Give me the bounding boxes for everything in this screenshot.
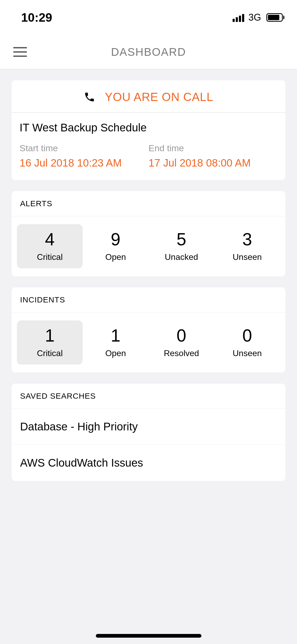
menu-icon[interactable] [13, 47, 27, 57]
start-time-label: Start time [20, 143, 149, 153]
start-time-block: Start time 16 Jul 2018 10:23 AM [20, 143, 149, 169]
incidents-stat-resolved[interactable]: 0 Resolved [149, 320, 214, 365]
end-time-label: End time [149, 143, 278, 153]
saved-searches-header: SAVED SEARCHES [12, 384, 285, 409]
incidents-unseen-count: 0 [242, 327, 252, 344]
incidents-card: INCIDENTS 1 Critical 1 Open 0 Resolved 0… [12, 287, 285, 372]
incidents-resolved-count: 0 [177, 327, 186, 344]
alerts-critical-count: 4 [45, 231, 55, 248]
start-time-value: 16 Jul 2018 10:23 AM [20, 157, 149, 169]
alerts-stats-row: 4 Critical 9 Open 5 Unacked 3 Unseen [12, 216, 285, 276]
incidents-header: INCIDENTS [12, 287, 285, 312]
saved-searches-card: SAVED SEARCHES Database - High Priority … [12, 384, 285, 481]
incidents-stats-row: 1 Critical 1 Open 0 Resolved 0 Unseen [12, 312, 285, 372]
end-time-block: End time 17 Jul 2018 08:00 AM [149, 143, 278, 169]
alerts-unacked-count: 5 [177, 231, 186, 248]
status-bar: 10:29 3G [0, 0, 297, 35]
alerts-card: ALERTS 4 Critical 9 Open 5 Unacked 3 Uns… [12, 191, 285, 276]
incidents-stat-unseen[interactable]: 0 Unseen [214, 320, 280, 365]
incidents-critical-label: Critical [37, 348, 63, 358]
end-time-value: 17 Jul 2018 08:00 AM [149, 157, 278, 169]
incidents-resolved-label: Resolved [164, 348, 199, 358]
alerts-open-count: 9 [111, 231, 121, 248]
status-indicators: 3G [233, 12, 284, 23]
incidents-critical-count: 1 [45, 327, 55, 344]
incidents-stat-critical[interactable]: 1 Critical [17, 320, 83, 365]
alerts-critical-label: Critical [37, 252, 63, 262]
nav-bar: DASHBOARD [0, 35, 297, 69]
alerts-unseen-label: Unseen [233, 252, 262, 262]
alerts-stat-unseen[interactable]: 3 Unseen [214, 224, 280, 268]
content-area: YOU ARE ON CALL IT West Backup Schedule … [0, 69, 297, 492]
incidents-open-label: Open [105, 348, 126, 358]
network-type: 3G [248, 12, 261, 23]
incidents-stat-open[interactable]: 1 Open [83, 320, 148, 365]
oncall-header[interactable]: YOU ARE ON CALL [12, 80, 285, 113]
oncall-card: YOU ARE ON CALL IT West Backup Schedule … [12, 80, 285, 180]
incidents-unseen-label: Unseen [233, 348, 262, 358]
oncall-status-text: YOU ARE ON CALL [105, 90, 213, 104]
alerts-unacked-label: Unacked [165, 252, 198, 262]
page-title: DASHBOARD [111, 46, 186, 58]
incidents-open-count: 1 [111, 327, 121, 344]
home-indicator[interactable] [96, 634, 201, 638]
alerts-stat-open[interactable]: 9 Open [83, 224, 148, 268]
status-time: 10:29 [21, 10, 52, 25]
alerts-stat-unacked[interactable]: 5 Unacked [149, 224, 214, 268]
alerts-header: ALERTS [12, 191, 285, 216]
saved-searches-list: Database - High Priority AWS CloudWatch … [12, 409, 285, 481]
signal-bars-icon [233, 13, 244, 22]
saved-search-item[interactable]: Database - High Priority [12, 409, 285, 445]
battery-icon [266, 13, 284, 22]
schedule-name: IT West Backup Schedule [20, 121, 277, 134]
saved-search-item[interactable]: AWS CloudWatch Issues [12, 445, 285, 481]
schedule-details[interactable]: IT West Backup Schedule Start time 16 Ju… [12, 113, 285, 180]
alerts-stat-critical[interactable]: 4 Critical [17, 224, 83, 268]
alerts-unseen-count: 3 [242, 231, 252, 248]
phone-icon [84, 91, 95, 103]
alerts-open-label: Open [105, 252, 126, 262]
